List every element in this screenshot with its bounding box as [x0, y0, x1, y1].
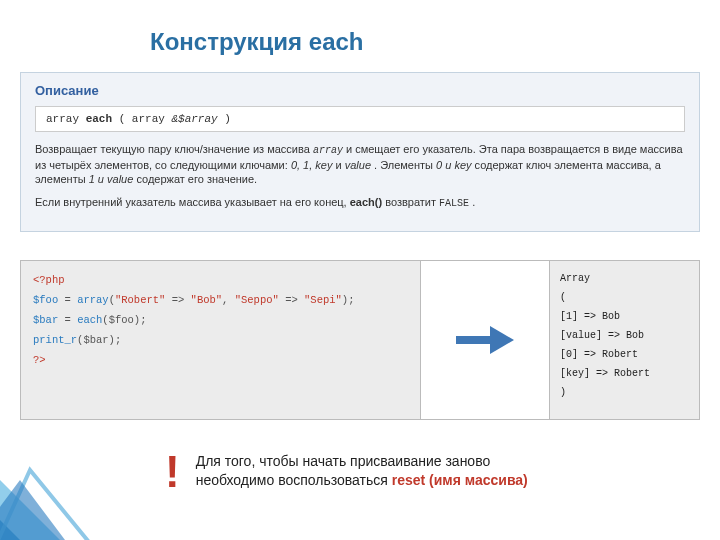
description-panel: Описание array each ( array &$array ) Во…: [20, 72, 700, 232]
svg-rect-4: [456, 336, 490, 344]
tip-line: Для того, чтобы начать присваивание зано…: [196, 453, 491, 469]
arrow-right-icon: [452, 322, 518, 358]
output-line: (: [560, 288, 689, 307]
code-line: ?>: [33, 354, 46, 366]
tip-text: Для того, чтобы начать присваивание зано…: [196, 452, 528, 490]
code-arrow-area: [421, 261, 549, 419]
description-heading: Описание: [35, 83, 685, 98]
sig-return-type: array: [46, 113, 79, 125]
code-token: "Seppo": [235, 294, 279, 306]
code-token: each: [77, 314, 102, 326]
output-line: Array: [560, 269, 689, 288]
svg-marker-3: [0, 480, 80, 540]
tip-line: необходимо воспользоваться: [196, 472, 392, 488]
page-title: Конструкция each: [150, 28, 364, 56]
code-token: "Sepi": [304, 294, 342, 306]
output-line: [1] => Bob: [560, 307, 689, 326]
tip-highlight: reset (имя массива): [392, 472, 528, 488]
code-token: ,: [222, 294, 235, 306]
output-line: [value] => Bob: [560, 326, 689, 345]
code-token: ($foo);: [102, 314, 146, 326]
code-token: );: [342, 294, 355, 306]
code-output: Array ( [1] => Bob [value] => Bob [0] =>…: [549, 261, 699, 419]
sig-function-name: each: [86, 113, 112, 125]
code-source: <?php $foo = array("Robert" => "Bob", "S…: [21, 261, 421, 419]
code-example: <?php $foo = array("Robert" => "Bob", "S…: [20, 260, 700, 420]
code-token: $bar: [33, 314, 58, 326]
code-token: $foo: [33, 294, 58, 306]
desc-text: .: [472, 196, 475, 208]
code-token: array: [77, 294, 109, 306]
sig-open: ( array: [119, 113, 172, 125]
desc-code: array: [313, 145, 343, 156]
desc-text: содержат его значение.: [136, 173, 257, 185]
desc-code: 0, 1, key: [291, 159, 333, 171]
desc-code: each(): [350, 196, 382, 208]
code-token: =>: [165, 294, 190, 306]
tip-callout: ! Для того, чтобы начать присваивание за…: [165, 452, 675, 492]
desc-text: Возвращает текущую пару ключ/значение из…: [35, 143, 313, 155]
exclamation-icon: !: [165, 452, 180, 492]
output-line: ): [560, 383, 689, 402]
code-line: <?php: [33, 274, 65, 286]
desc-code: 1 и value: [89, 173, 134, 185]
desc-code: FALSE: [439, 198, 469, 209]
desc-text: . Элементы: [374, 159, 436, 171]
output-line: [key] => Robert: [560, 364, 689, 383]
sig-param: &$array: [171, 113, 217, 125]
code-token: "Bob": [191, 294, 223, 306]
desc-code: value: [345, 159, 371, 171]
desc-text: Если внутренний указатель массива указыв…: [35, 196, 350, 208]
code-token: print_r: [33, 334, 77, 346]
svg-marker-5: [490, 326, 514, 354]
sig-close: ): [224, 113, 231, 125]
code-token: "Robert": [115, 294, 165, 306]
description-text: Возвращает текущую пару ключ/значение из…: [35, 142, 685, 211]
code-token: =: [58, 314, 77, 326]
function-signature: array each ( array &$array ): [35, 106, 685, 132]
code-token: =: [58, 294, 77, 306]
code-token: =>: [279, 294, 304, 306]
desc-code: 0 и key: [436, 159, 471, 171]
code-token: ($bar);: [77, 334, 121, 346]
desc-text: и: [336, 159, 345, 171]
output-line: [0] => Robert: [560, 345, 689, 364]
desc-text: возвратит: [385, 196, 439, 208]
